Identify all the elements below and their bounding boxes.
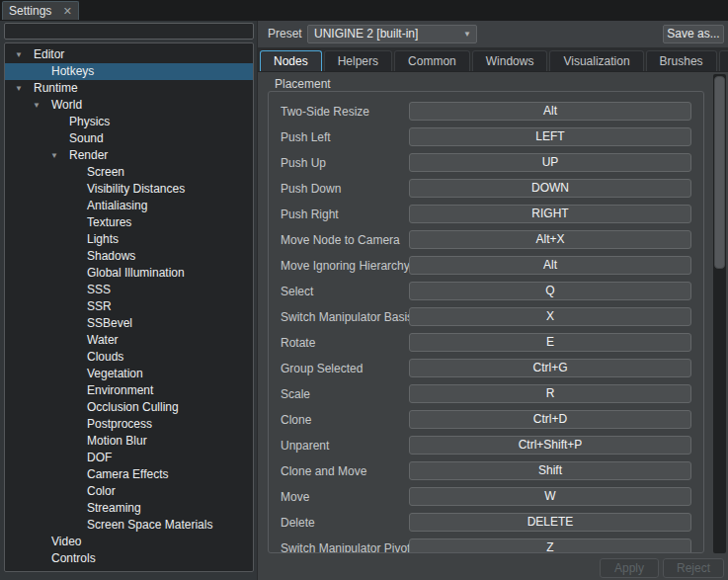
tree-item-screen[interactable]: Screen (5, 164, 253, 181)
hotkey-row: Move Ignoring HierarchyAlt (269, 256, 703, 282)
hotkey-key-button[interactable]: LEFT (409, 127, 691, 146)
hotkey-row: Push UpUP (269, 153, 703, 179)
tree-expand-arrow-icon[interactable]: ▼ (15, 80, 23, 97)
tree-item-antialiasing[interactable]: Antialiasing (5, 198, 253, 214)
tree-item-editor[interactable]: ▼Editor (5, 46, 253, 63)
hotkey-row: Switch Manipulator BasisX (269, 307, 703, 333)
tree-item-controls[interactable]: Controls (5, 550, 253, 567)
tree-item-label: Editor (34, 46, 64, 63)
tree-item-label: Vegetation (87, 366, 143, 382)
hotkey-row: Switch Manipulator PivotZ (269, 539, 703, 553)
tree-item-occlusion-culling[interactable]: Occlusion Culling (5, 399, 253, 416)
tree-item-water[interactable]: Water (5, 332, 253, 349)
hotkey-key-button[interactable]: UP (409, 153, 691, 172)
hotkey-action-label: Unparent (281, 439, 329, 453)
tree-item-sss[interactable]: SSS (5, 282, 253, 298)
tree-item-ssbevel[interactable]: SSBevel (5, 315, 253, 332)
hotkey-key-button[interactable]: DELETE (409, 513, 691, 532)
settings-document-tab[interactable]: Settings ✕ (2, 1, 79, 20)
tree-filter-input[interactable] (4, 23, 254, 40)
hotkey-key-button[interactable]: Alt (409, 102, 691, 121)
tree-item-global-illumination[interactable]: Global Illumination (5, 265, 253, 282)
hotkey-key-button[interactable]: Ctrl+Shift+P (409, 436, 691, 455)
hotkey-action-label: Clone and Move (281, 464, 366, 478)
settings-tree: ▼EditorHotkeys▼Runtime▼WorldPhysicsSound… (4, 42, 254, 572)
tree-item-label: Camera Effects (87, 466, 168, 483)
tree-item-physics[interactable]: Physics (5, 114, 253, 130)
tree-item-label: Screen (87, 164, 124, 181)
tree-item-video[interactable]: Video (5, 534, 253, 550)
tree-item-label: Hotkeys (51, 63, 94, 80)
close-icon[interactable]: ✕ (63, 6, 72, 17)
tree-expand-arrow-icon[interactable]: ▼ (33, 97, 40, 114)
hotkey-key-button[interactable]: Alt (409, 256, 691, 275)
tree-item-lights[interactable]: Lights (5, 231, 253, 248)
tree-item-label: Render (69, 147, 108, 164)
hotkey-key-button[interactable]: W (409, 487, 691, 506)
tree-item-hotkeys[interactable]: Hotkeys (5, 63, 253, 80)
tree-item-sound[interactable]: Sound (5, 130, 253, 147)
tree-item-label: Occlusion Culling (87, 399, 179, 416)
apply-button[interactable]: Apply (600, 558, 659, 578)
tree-item-motion-blur[interactable]: Motion Blur (5, 433, 253, 450)
tree-expand-arrow-icon[interactable]: ▼ (50, 147, 58, 164)
hotkey-row: Two-Side ResizeAlt (269, 102, 703, 127)
hotkey-row: MoveW (269, 487, 703, 513)
tab-nodes[interactable]: Nodes (260, 50, 322, 71)
tree-item-dof[interactable]: DOF (5, 450, 253, 466)
hotkey-action-label: Push Right (281, 207, 339, 221)
preset-dropdown[interactable]: UNIGINE 2 [built-in] ▼ (307, 25, 477, 43)
placement-group-title: Placement (275, 77, 331, 91)
hotkey-action-label: Scale (281, 387, 310, 401)
hotkey-key-button[interactable]: Z (409, 539, 691, 553)
tree-item-textures[interactable]: Textures (5, 214, 253, 231)
tree-item-runtime[interactable]: ▼Runtime (5, 80, 253, 97)
tab-helpers[interactable]: Helpers (324, 50, 392, 71)
preset-row: Preset UNIGINE 2 [built-in] ▼ Save as... (258, 21, 728, 47)
tree-item-label: Screen Space Materials (87, 517, 212, 534)
tree-item-environment[interactable]: Environment (5, 382, 253, 399)
reject-button[interactable]: Reject (663, 558, 724, 578)
tree-item-render[interactable]: ▼Render (5, 147, 253, 164)
tree-expand-arrow-icon[interactable]: ▼ (15, 46, 23, 63)
hotkey-action-label: Rotate (281, 336, 315, 350)
hotkey-key-button[interactable]: Q (409, 282, 691, 300)
hotkey-key-button[interactable]: Ctrl+D (409, 410, 691, 429)
hotkey-key-button[interactable]: R (409, 384, 691, 403)
tab-navigation[interactable]: Navigation (719, 50, 728, 71)
tab-common[interactable]: Common (394, 50, 470, 71)
tree-item-camera-effects[interactable]: Camera Effects (5, 466, 253, 483)
hotkey-key-button[interactable]: DOWN (409, 179, 691, 198)
tree-item-screen-space-materials[interactable]: Screen Space Materials (5, 517, 253, 534)
tree-item-visibility-distances[interactable]: Visibility Distances (5, 181, 253, 198)
tab-windows[interactable]: Windows (472, 50, 548, 71)
hotkey-key-button[interactable]: X (409, 307, 691, 326)
vertical-scrollbar[interactable] (713, 74, 726, 553)
tree-item-ssr[interactable]: SSR (5, 298, 253, 315)
hotkey-row: Push LeftLEFT (269, 127, 703, 153)
hotkey-action-label: Push Down (281, 182, 341, 196)
tree-item-color[interactable]: Color (5, 483, 253, 500)
tab-visualization[interactable]: Visualization (549, 50, 643, 71)
tree-item-label: Visibility Distances (87, 181, 185, 198)
hotkey-key-button[interactable]: RIGHT (409, 205, 691, 223)
hotkey-key-button[interactable]: Ctrl+G (409, 359, 691, 377)
tree-item-shadows[interactable]: Shadows (5, 248, 253, 265)
tree-item-clouds[interactable]: Clouds (5, 349, 253, 366)
tree-item-world[interactable]: ▼World (5, 97, 253, 114)
preset-label: Preset (268, 27, 302, 41)
hotkey-key-button[interactable]: Alt+X (409, 230, 691, 249)
tree-item-label: Streaming (87, 500, 141, 517)
tree-item-label: Controls (51, 550, 96, 567)
tree-item-label: SSR (87, 298, 112, 315)
tree-item-streaming[interactable]: Streaming (5, 500, 253, 517)
tree-item-label: SSBevel (87, 315, 132, 332)
tree-item-vegetation[interactable]: Vegetation (5, 366, 253, 382)
hotkey-key-button[interactable]: E (409, 333, 691, 352)
hotkey-key-button[interactable]: Shift (409, 461, 691, 480)
tab-brushes[interactable]: Brushes (646, 50, 717, 71)
save-as-button[interactable]: Save as... (663, 25, 724, 43)
placement-group-box: Two-Side ResizeAltPush LeftLEFTPush UpUP… (268, 91, 704, 553)
tree-item-postprocess[interactable]: Postprocess (5, 416, 253, 433)
scrollbar-thumb[interactable] (714, 76, 725, 269)
